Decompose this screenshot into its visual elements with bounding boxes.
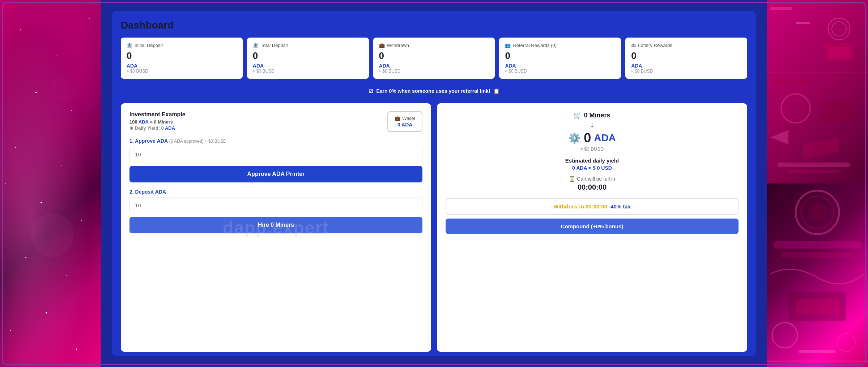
- svg-rect-17: [781, 252, 854, 258]
- svg-point-9: [787, 99, 805, 117]
- stat-currency-initial: ADA: [127, 63, 137, 69]
- svg-rect-16: [774, 241, 861, 249]
- svg-point-15: [808, 203, 826, 221]
- svg-rect-0: [770, 7, 792, 10]
- hourglass-icon: ⌛: [569, 176, 575, 182]
- stat-label-lottery: 🎟 Lottery Rewards: [631, 43, 672, 48]
- stat-label-total: 🏦 Total Deposit: [253, 43, 288, 48]
- stat-label-initial: 🏦 Initial Deposit: [127, 43, 163, 48]
- stat-currency-withdrawn: ADA: [379, 63, 390, 69]
- referral-text: Earn 0% when someone uses your referral …: [376, 88, 490, 94]
- invest-subtitle: 100 ADA = 0 Miners: [129, 119, 422, 125]
- svg-rect-22: [799, 350, 835, 353]
- svg-rect-10: [821, 101, 854, 123]
- stat-label-referral: 👥 Referral Rewards (0): [505, 43, 557, 48]
- mech-shapes-upper: [767, 0, 868, 184]
- stat-card-initial-deposit: 🏦 Initial Deposit 0 ADA ≈ $0 BUSD: [121, 38, 243, 79]
- wallet-value: 0 ADA: [395, 122, 415, 128]
- stat-busd-initial: ≈ $0 BUSD: [127, 69, 148, 74]
- spiral-icon: ⚙️: [568, 132, 581, 144]
- stat-card-withdrawn: 💼 Withdrawn 0 ADA ≈ $0 BUSD: [373, 38, 495, 79]
- star-field: [0, 0, 101, 367]
- svg-rect-11: [778, 163, 850, 167]
- hire-miners-button[interactable]: Hire 0 Miners: [129, 217, 422, 233]
- cart-section: ⌛ Cart will be full in 00:00:00: [569, 176, 615, 191]
- cart-full-label: ⌛ Cart will be full in: [569, 176, 615, 182]
- miners-panel: 🛒 0 Miners ↓ ⚙️ 0 ADA ≈ $0 BUSD Estimate…: [437, 103, 747, 352]
- dashboard-center: Dashboard 🏦 Initial Deposit 0 ADA ≈ $0 B…: [101, 0, 767, 367]
- svg-rect-12: [788, 170, 839, 173]
- compound-button[interactable]: Compound (+0% bonus): [446, 219, 739, 234]
- referral-icon: ☑: [369, 88, 373, 94]
- daily-yield-value: 0 ADA ≈ $ 0 USD: [565, 165, 619, 171]
- stat-busd-referral: ≈ $0 BUSD: [505, 69, 527, 74]
- wallet-button[interactable]: 💼 Wallet 0 ADA: [387, 111, 422, 132]
- daily-yield-section: Estimated daily yield 0 ADA ≈ $ 0 USD: [565, 157, 619, 171]
- daily-yield-ada: 0 ADA: [572, 165, 587, 171]
- stat-value-referral: 0: [505, 50, 510, 61]
- step1-muted: (0 ADA approved) ≈ $0 BUSD: [169, 139, 226, 144]
- miners-arrow: ↓: [590, 121, 594, 129]
- right-background: [767, 0, 868, 367]
- withdraw-button[interactable]: Withdraw in 00:00:00 -40% tax: [446, 198, 739, 215]
- right-bg-upper: [767, 0, 868, 184]
- invest-title: Investment Example: [129, 111, 422, 118]
- dashboard-title: Dashboard: [121, 20, 747, 31]
- step2-label: 2. Deposit ADA: [129, 189, 422, 195]
- stat-currency-referral: ADA: [505, 63, 516, 69]
- bank-icon-2: 🏦: [253, 43, 259, 48]
- stat-currency-lottery: ADA: [631, 63, 642, 69]
- dashboard-panel: Dashboard 🏦 Initial Deposit 0 ADA ≈ $0 B…: [112, 11, 756, 356]
- approve-ada-printer-button[interactable]: Approve ADA Printer: [129, 166, 422, 182]
- invest-ada-label: ADA: [139, 119, 149, 125]
- approve-amount-input[interactable]: [129, 147, 422, 162]
- mech-shapes-lower: [767, 184, 868, 367]
- main-content-row: dapp.expert Investment Example 100 ADA =…: [121, 103, 747, 352]
- stat-busd-withdrawn: ≈ $0 BUSD: [379, 69, 401, 74]
- stat-busd-total: ≈ $0 BUSD: [253, 69, 275, 74]
- wallet-icon: 💼: [379, 43, 385, 48]
- miners-amount-zero: 0: [584, 130, 591, 146]
- invest-yield: ⊕ Daily Yield: 0 ADA: [129, 125, 422, 131]
- miners-amount: ⚙️ 0 ADA: [568, 130, 616, 146]
- users-icon: 👥: [505, 43, 511, 48]
- referral-banner: ☑ Earn 0% when someone uses your referra…: [121, 85, 747, 98]
- stat-card-referral: 👥 Referral Rewards (0) 0 ADA ≈ $0 BUSD: [499, 38, 621, 79]
- svg-rect-1: [796, 22, 810, 24]
- left-background: [0, 0, 101, 367]
- stats-row: 🏦 Initial Deposit 0 ADA ≈ $0 BUSD 🏦 Tota…: [121, 38, 747, 79]
- investment-panel: dapp.expert Investment Example 100 ADA =…: [121, 103, 431, 352]
- step1-label: 1. Approve ADA (0 ADA approved) ≈ $0 BUS…: [129, 138, 422, 144]
- copy-icon[interactable]: 📋: [493, 88, 499, 94]
- stat-card-total-deposit: 🏦 Total Deposit 0 ADA ≈ $0 BUSD: [247, 38, 369, 79]
- svg-rect-7: [774, 79, 810, 85]
- deposit-amount-input[interactable]: [129, 198, 422, 213]
- cart-timer: 00:00:00: [569, 183, 615, 191]
- svg-point-8: [781, 94, 810, 123]
- stat-value-initial: 0: [127, 50, 132, 61]
- miners-busd: ≈ $0 BUSD: [580, 146, 604, 152]
- lottery-icon: 🎟: [631, 43, 636, 48]
- right-bg-lower: [767, 184, 868, 367]
- stat-card-lottery: 🎟 Lottery Rewards 0 ADA ≈ $0 BUSD: [625, 38, 747, 79]
- stat-value-total: 0: [253, 50, 258, 61]
- cart-icon: 🛒: [574, 111, 582, 119]
- withdraw-tax: -40% tax: [609, 203, 631, 210]
- stat-value-withdrawn: 0: [379, 50, 384, 61]
- daily-yield-title: Estimated daily yield: [565, 157, 619, 164]
- step1-ada: ADA: [157, 138, 168, 144]
- daily-yield-usd: ≈ $ 0 USD: [588, 165, 612, 171]
- svg-rect-23: [767, 360, 868, 362]
- stat-currency-total: ADA: [253, 63, 264, 69]
- wallet-label: 💼 Wallet: [395, 116, 415, 121]
- miners-amount-ada: ADA: [594, 132, 616, 144]
- withdraw-timer: in 00:00:00: [579, 203, 609, 210]
- step2-ada: ADA: [155, 189, 166, 195]
- svg-point-21: [837, 333, 855, 351]
- withdraw-label: Withdraw: [553, 203, 578, 210]
- svg-point-20: [772, 323, 797, 348]
- miners-count: 🛒 0 Miners: [574, 111, 610, 119]
- svg-point-3: [832, 22, 846, 36]
- svg-rect-19: [796, 299, 839, 314]
- stat-value-lottery: 0: [631, 50, 636, 61]
